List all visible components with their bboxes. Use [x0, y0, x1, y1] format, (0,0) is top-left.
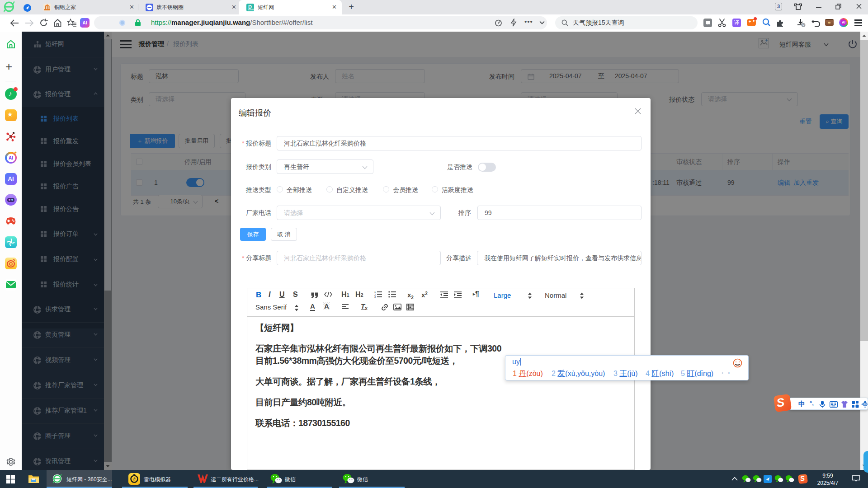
svg-text:3: 3 — [374, 296, 376, 298]
